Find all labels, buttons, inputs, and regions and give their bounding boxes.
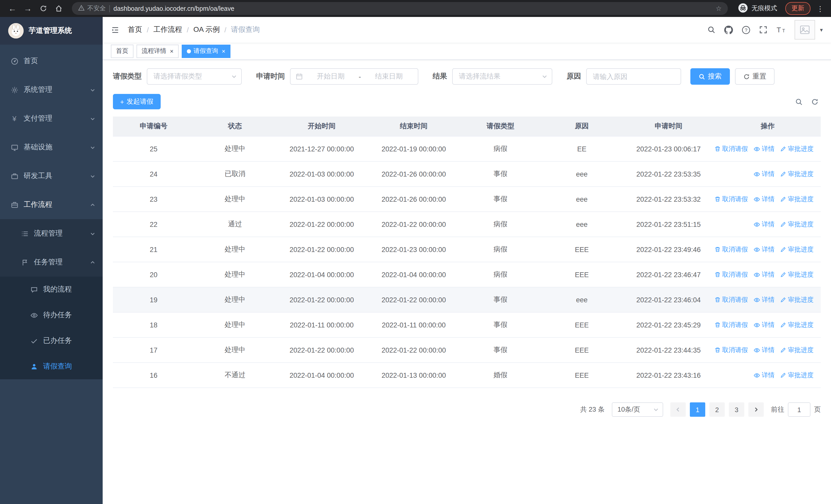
sidebar-logo: 芋道管理系统 <box>0 17 103 45</box>
close-icon[interactable]: × <box>169 48 173 54</box>
tab-leave-query[interactable]: 请假查询 × <box>182 45 230 58</box>
page-button-1[interactable]: 1 <box>690 403 705 417</box>
approval-progress-link[interactable]: 审批进度 <box>780 295 813 304</box>
cell-reason: eee <box>541 288 623 312</box>
detail-link[interactable]: 详情 <box>753 321 775 329</box>
user-avatar[interactable] <box>795 20 815 39</box>
approval-progress-link[interactable]: 审批进度 <box>780 270 813 279</box>
cancel-leave-link[interactable]: 取消请假 <box>715 245 748 254</box>
chevron-down-icon <box>90 173 95 179</box>
approval-progress-link[interactable]: 审批进度 <box>780 346 813 354</box>
detail-link[interactable]: 详情 <box>753 270 775 279</box>
col-apply-time: 申请时间 <box>623 117 715 136</box>
tab-process-detail[interactable]: 流程详情 × <box>137 45 179 58</box>
sidebar-item-label: 基础设施 <box>24 143 52 152</box>
bookmark-star-icon[interactable]: ☆ <box>716 5 722 12</box>
sidebar-item-my-process[interactable]: 我的流程 <box>0 277 103 302</box>
page-button-3[interactable]: 3 <box>729 403 744 417</box>
search-button[interactable]: 搜索 <box>690 68 730 85</box>
detail-link[interactable]: 详情 <box>753 195 775 204</box>
sidebar-item-label: 流程管理 <box>34 229 63 238</box>
sidebar-item-payment-management[interactable]: ¥ 支付管理 <box>0 104 103 133</box>
user-menu-caret-icon[interactable]: ▾ <box>820 26 823 33</box>
cancel-leave-link[interactable]: 取消请假 <box>715 195 748 204</box>
sidebar-item-task-management[interactable]: 任务管理 <box>0 248 103 277</box>
cell-reason: eee <box>541 162 623 186</box>
cell-status: 处理中 <box>194 313 276 337</box>
security-status[interactable]: 不安全 <box>78 4 106 13</box>
approval-progress-link[interactable]: 审批进度 <box>780 220 813 229</box>
approval-progress-link[interactable]: 审批进度 <box>780 195 813 204</box>
leave-type-select[interactable]: 请选择请假类型 <box>147 68 242 85</box>
detail-link[interactable]: 详情 <box>753 371 775 380</box>
browser-forward-button[interactable]: → <box>21 1 35 16</box>
cell-status: 处理中 <box>194 288 276 312</box>
reason-input[interactable] <box>593 72 675 80</box>
breadcrumb-home[interactable]: 首页 <box>128 25 142 34</box>
sidebar-item-devtools[interactable]: 研发工具 <box>0 162 103 190</box>
toggle-search-icon[interactable] <box>795 98 803 106</box>
sidebar-item-home[interactable]: 首页 <box>0 47 103 76</box>
check-icon <box>30 337 38 345</box>
cancel-leave-link[interactable]: 取消请假 <box>715 145 748 153</box>
prev-page-button[interactable] <box>670 403 686 417</box>
cell-leave-type: 病假 <box>460 262 541 287</box>
breadcrumb-workflow[interactable]: 工作流程 <box>153 25 182 34</box>
fullscreen-icon[interactable] <box>760 26 768 34</box>
browser-update-button[interactable]: 更新 <box>785 2 810 15</box>
sidebar-item-label: 我的流程 <box>43 285 72 294</box>
address-bar[interactable]: 不安全 dashboard.yudao.iocoder.cn/bpm/oa/le… <box>72 2 728 15</box>
detail-link[interactable]: 详情 <box>753 170 775 178</box>
header-search-icon[interactable] <box>708 26 716 34</box>
font-size-icon[interactable]: TT <box>776 26 786 34</box>
url-text: dashboard.yudao.iocoder.cn/bpm/oa/leave <box>113 5 234 12</box>
browser-back-button[interactable]: ← <box>5 1 20 16</box>
approval-progress-link[interactable]: 审批进度 <box>780 245 813 254</box>
approval-progress-link[interactable]: 审批进度 <box>780 170 813 178</box>
apply-time-range-picker[interactable]: 开始日期 - 结束日期 <box>290 68 418 85</box>
sidebar-item-system-management[interactable]: 系统管理 <box>0 76 103 104</box>
detail-link[interactable]: 详情 <box>753 346 775 354</box>
detail-link[interactable]: 详情 <box>753 295 775 304</box>
sidebar-item-todo-tasks[interactable]: 待办任务 <box>0 302 103 328</box>
detail-link[interactable]: 详情 <box>753 245 775 254</box>
sidebar-collapse-icon[interactable] <box>111 25 120 34</box>
tab-home[interactable]: 首页 <box>111 45 134 58</box>
cell-start-time: 2022-01-22 00:00:00 <box>276 338 368 362</box>
page-button-2[interactable]: 2 <box>709 403 725 417</box>
approval-progress-link[interactable]: 审批进度 <box>780 371 813 380</box>
approval-progress-link[interactable]: 审批进度 <box>780 145 813 153</box>
reset-button[interactable]: 重置 <box>735 68 775 85</box>
sidebar-item-infrastructure[interactable]: 基础设施 <box>0 133 103 162</box>
goto-page-input[interactable] <box>788 403 810 417</box>
cancel-leave-link[interactable]: 取消请假 <box>715 295 748 304</box>
close-icon[interactable]: × <box>221 48 225 54</box>
reload-icon <box>39 5 47 12</box>
cell-end-time: 2022-01-22 00:00:00 <box>368 288 460 312</box>
browser-reload-button[interactable] <box>36 1 50 16</box>
refresh-table-icon[interactable] <box>811 98 819 106</box>
next-page-button[interactable] <box>748 403 764 417</box>
detail-link[interactable]: 详情 <box>753 220 775 229</box>
browser-home-button[interactable] <box>51 1 66 16</box>
help-icon[interactable]: ? <box>742 25 751 34</box>
detail-link[interactable]: 详情 <box>753 145 775 153</box>
browser-menu-icon[interactable]: ⋮ <box>814 4 826 12</box>
cell-leave-type: 事假 <box>460 162 541 186</box>
sidebar-item-workflow[interactable]: 工作流程 <box>0 190 103 219</box>
cancel-leave-link[interactable]: 取消请假 <box>715 321 748 329</box>
approval-progress-link[interactable]: 审批进度 <box>780 321 813 329</box>
page-size-select[interactable]: 10条/页 <box>612 403 663 417</box>
breadcrumb-separator: / <box>147 26 149 34</box>
sidebar-item-process-management[interactable]: 流程管理 <box>0 219 103 248</box>
sidebar-item-leave-query[interactable]: 请假查询 <box>0 354 103 379</box>
github-icon[interactable] <box>724 25 733 34</box>
breadcrumb-oa-example[interactable]: OA 示例 <box>194 25 220 34</box>
sidebar-item-done-tasks[interactable]: 已办任务 <box>0 328 103 354</box>
result-select[interactable]: 请选择流结果 <box>452 68 552 85</box>
cancel-leave-link[interactable]: 取消请假 <box>715 346 748 354</box>
col-apply-id: 申请编号 <box>113 117 194 136</box>
create-leave-button[interactable]: + 发起请假 <box>113 94 161 109</box>
table-row: 23处理中2022-01-03 00:00:002022-01-26 00:00… <box>113 187 821 212</box>
cancel-leave-link[interactable]: 取消请假 <box>715 270 748 279</box>
